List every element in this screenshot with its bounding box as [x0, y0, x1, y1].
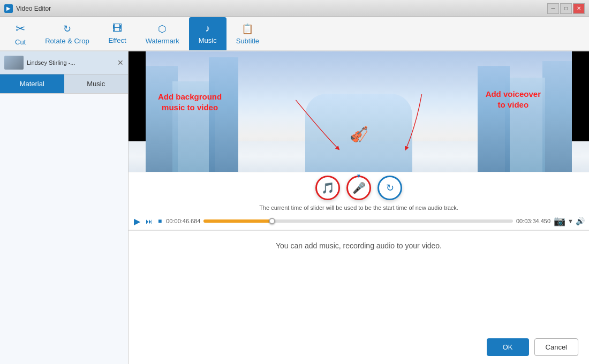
tab-effect-label: Effect [109, 36, 126, 44]
chevron-down-icon: ▼ [356, 173, 361, 179]
sidebar: Lindsey Stirling -... ✕ Material Music [0, 51, 129, 364]
watermark-icon: ⬡ [158, 23, 167, 35]
annotation-left: Add background music to video [158, 92, 222, 112]
camera-icon[interactable]: 📷 [554, 215, 565, 227]
video-player: 🎻 Add background music to video Add voic… [129, 51, 589, 172]
progress-fill [203, 219, 271, 223]
tab-watermark-label: Watermark [146, 37, 179, 45]
tab-rotate-crop[interactable]: ↻ Rotate & Crop [35, 17, 99, 50]
tab-cut-label: Cut [15, 38, 26, 46]
current-time: 00:00:46.684 [166, 218, 200, 224]
file-close-icon[interactable]: ✕ [117, 58, 124, 67]
volume-icon[interactable]: 🔊 [576, 217, 585, 225]
play-button[interactable]: ▶ [133, 215, 141, 228]
right-controls: 📷 ▼ 🔊 [554, 215, 585, 227]
file-thumbnail [4, 56, 24, 70]
tab-subtitle[interactable]: 📋 Subtitle [226, 17, 269, 50]
ice-scene: 🎻 Add background music to video Add voic… [129, 51, 589, 172]
add-voiceover-button[interactable]: ▼ 🎤 [346, 176, 371, 200]
info-text: The current time of slider will be used … [259, 204, 458, 211]
add-voiceover-icon: 🎤 [352, 181, 366, 194]
loop-button[interactable]: ↻ [377, 176, 402, 200]
file-name: Lindsey Stirling -... [27, 59, 114, 66]
right-side: 🎻 Add background music to video Add voic… [129, 51, 589, 364]
sidebar-tab-music[interactable]: Music [64, 74, 129, 93]
title-bar: ▶ Video Editor ─ □ ✕ [0, 0, 589, 17]
add-music-icon: 🎵 [321, 181, 335, 194]
ice-pillar-3 [209, 57, 238, 171]
controls-wrapper: 🎵 ▼ 🎤 ↻ The current time of slider will … [129, 172, 589, 230]
ok-button[interactable]: OK [487, 338, 529, 356]
ice-pillar-6 [478, 66, 510, 172]
effect-icon: 🎞 [112, 23, 122, 34]
sidebar-tabs: Material Music [0, 74, 128, 94]
progress-thumb[interactable] [269, 218, 275, 224]
transport-row: ▶ ⏭ ■ 00:00:46.684 00:03:34.450 📷 ▼ 🔊 [129, 213, 589, 230]
tab-watermark[interactable]: ⬡ Watermark [136, 17, 189, 50]
main-area: Lindsey Stirling -... ✕ Material Music [0, 51, 589, 364]
camera-dropdown-icon[interactable]: ▼ [568, 218, 573, 224]
subtitle-icon: 📋 [241, 23, 253, 35]
loop-icon: ↻ [386, 182, 394, 194]
tab-music-label: Music [199, 36, 217, 44]
cut-icon: ✂ [16, 22, 25, 36]
restore-button[interactable]: □ [560, 3, 572, 14]
annotation-right: Add voiceover to video [486, 89, 541, 110]
music-icon: ♪ [205, 23, 210, 34]
add-music-button[interactable]: 🎵 [315, 176, 340, 200]
skip-forward-button[interactable]: ⏭ [145, 216, 154, 226]
tab-subtitle-label: Subtitle [236, 37, 259, 45]
stop-button[interactable]: ■ [157, 216, 163, 226]
sidebar-content [0, 94, 128, 364]
cancel-button[interactable]: Cancel [534, 338, 578, 356]
app-icon: ▶ [4, 4, 13, 13]
tab-rotate-crop-label: Rotate & Crop [45, 37, 89, 45]
violin-player-figure: 🎻 [350, 125, 368, 143]
minimize-button[interactable]: ─ [547, 3, 559, 14]
tab-music[interactable]: ♪ Music [189, 17, 226, 50]
total-time: 00:03:34.450 [516, 218, 550, 224]
close-button[interactable]: ✕ [573, 3, 585, 14]
bottom-section: You can add music, recording audio to yo… [129, 230, 589, 365]
tab-cut[interactable]: ✂ Cut [5, 17, 35, 50]
window-title: Video Editor [16, 5, 51, 12]
tab-effect[interactable]: 🎞 Effect [99, 17, 136, 50]
sidebar-tab-material[interactable]: Material [0, 74, 64, 93]
progress-bar[interactable] [203, 219, 512, 223]
bottom-buttons: OK Cancel [139, 338, 578, 356]
bottom-message: You can add music, recording audio to yo… [276, 241, 442, 250]
tab-bar: ✂ Cut ↻ Rotate & Crop 🎞 Effect ⬡ Waterma… [0, 17, 589, 51]
ice-pillar-4 [542, 61, 572, 172]
rotate-icon: ↻ [63, 23, 71, 35]
